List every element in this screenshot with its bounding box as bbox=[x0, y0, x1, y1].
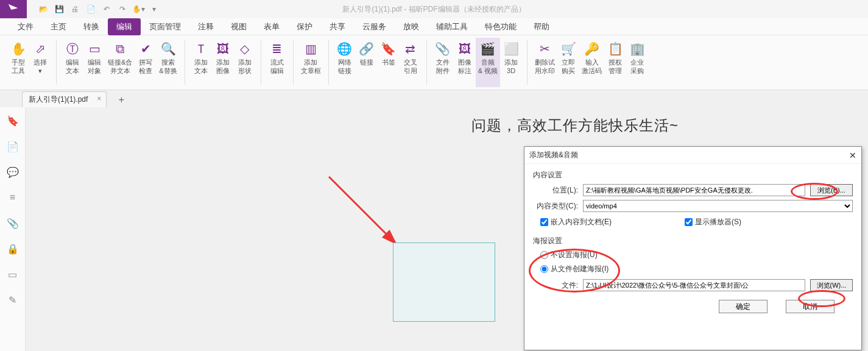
select-button[interactable]: ⬀选择▾ bbox=[29, 38, 51, 87]
document-tab-label: 新人引导(1)(1).pdf bbox=[29, 95, 88, 104]
from-file-radio[interactable]: 从文件创建海报(I) bbox=[540, 264, 853, 274]
add-shape-button[interactable]: ◇添加形状 bbox=[234, 38, 256, 87]
add-video-audio-dialog: 添加视频&音频 ✕ 内容设置 位置(L): 浏览(B)... 内容类型(C): … bbox=[524, 146, 862, 350]
no-poster-radio[interactable]: 不设置海报(U) bbox=[540, 250, 853, 260]
close-tab-icon[interactable]: × bbox=[97, 94, 101, 103]
page-headline: 问题，高效工作方能快乐生活~ bbox=[471, 116, 679, 135]
add-text-icon: Ｔ bbox=[192, 40, 210, 57]
pages-panel-icon[interactable]: 📄 bbox=[5, 139, 20, 154]
ok-button[interactable]: 确定 bbox=[719, 300, 767, 313]
title-bar: 📂 💾 🖨 📄 ↶ ↷ ✋▾ ▾ 新人引导(1)(1).pdf - 福昕PDF编… bbox=[0, 0, 868, 18]
tab-accessibility[interactable]: 辅助工具 bbox=[428, 18, 476, 35]
add-image-icon: 🖼 bbox=[214, 40, 231, 57]
app-logo bbox=[0, 0, 27, 18]
print-icon[interactable]: 🖨 bbox=[68, 2, 82, 16]
browse-file-button[interactable]: 浏览(W)... bbox=[810, 279, 853, 291]
svg-line-0 bbox=[329, 177, 396, 244]
tab-file[interactable]: 文件 bbox=[9, 18, 42, 35]
tab-view[interactable]: 视图 bbox=[222, 18, 255, 35]
dialog-close-icon[interactable]: ✕ bbox=[849, 151, 856, 160]
cube-icon: ⬜ bbox=[503, 40, 520, 57]
redo-icon[interactable]: ↷ bbox=[115, 2, 130, 16]
document-tab[interactable]: 新人引导(1)(1).pdf × bbox=[22, 91, 107, 107]
document-tabs: 新人引导(1)(1).pdf × + bbox=[0, 90, 868, 107]
content-type-select[interactable]: video/mp4 bbox=[583, 200, 853, 212]
browse-location-button[interactable]: 浏览(B)... bbox=[810, 184, 853, 196]
license-icon: 📋 bbox=[607, 40, 624, 57]
show-player-checkbox[interactable]: 显示播放器(S) bbox=[685, 217, 741, 227]
audio-video-button[interactable]: 🎬音频& 视频 bbox=[476, 38, 500, 87]
link-button[interactable]: 🔗链接 bbox=[356, 38, 378, 87]
tab-share[interactable]: 共享 bbox=[321, 18, 354, 35]
watermark-icon: ✂ bbox=[537, 40, 554, 57]
add-image-button[interactable]: 🖼添加图像 bbox=[212, 38, 234, 87]
open-icon[interactable]: 📂 bbox=[36, 2, 51, 16]
image-annot-icon: 🖼 bbox=[456, 40, 473, 57]
flow-icon: ≣ bbox=[269, 40, 286, 57]
security-panel-icon[interactable]: 🔒 bbox=[5, 241, 20, 256]
file-input[interactable] bbox=[583, 279, 805, 291]
link-merge-button[interactable]: ⧉链接&合并文本 bbox=[105, 38, 135, 87]
buy-button[interactable]: 🛒立即购买 bbox=[557, 38, 579, 87]
key-icon: 🔑 bbox=[584, 40, 601, 57]
comments-panel-icon[interactable]: 💬 bbox=[5, 165, 20, 179]
add-shape-icon: ◇ bbox=[236, 40, 253, 57]
del-watermark-button[interactable]: ✂删除试用水印 bbox=[532, 38, 557, 87]
tab-page-manage[interactable]: 页面管理 bbox=[141, 18, 189, 35]
add-3d-button[interactable]: ⬜添加3D bbox=[500, 38, 522, 87]
tab-annotate[interactable]: 注释 bbox=[189, 18, 222, 35]
save-icon[interactable]: 💾 bbox=[52, 2, 66, 16]
tab-present[interactable]: 放映 bbox=[395, 18, 428, 35]
edit-text-icon: Ⓣ bbox=[64, 40, 81, 57]
search-replace-button[interactable]: 🔍搜索&替换 bbox=[157, 38, 179, 87]
edit-text-button[interactable]: Ⓣ编辑文本 bbox=[62, 38, 83, 87]
crossref-icon: ⇄ bbox=[402, 40, 419, 57]
edit-object-button[interactable]: ▭编辑对象 bbox=[83, 38, 105, 87]
tab-protect[interactable]: 保护 bbox=[288, 18, 321, 35]
tab-convert[interactable]: 转换 bbox=[75, 18, 108, 35]
poster-settings-label: 海报设置 bbox=[533, 236, 853, 246]
enterprise-button[interactable]: 🏢企业采购 bbox=[626, 38, 648, 87]
cross-ref-button[interactable]: ⇄交叉引用 bbox=[400, 38, 422, 87]
more-icon[interactable]: ▾ bbox=[147, 2, 161, 16]
cursor-icon: ⬀ bbox=[32, 40, 49, 57]
file-label: 文件: bbox=[533, 280, 583, 291]
signature-panel-icon[interactable]: ✎ bbox=[5, 292, 20, 307]
form-panel-icon[interactable]: ▭ bbox=[5, 267, 20, 282]
cancel-button[interactable]: 取消 bbox=[786, 300, 834, 313]
tab-form[interactable]: 表单 bbox=[255, 18, 288, 35]
window-title: 新人引导(1)(1).pdf - 福昕PDF编辑器（未经授权的产品） bbox=[342, 4, 525, 15]
tab-home[interactable]: 主页 bbox=[42, 18, 75, 35]
tab-help[interactable]: 帮助 bbox=[525, 18, 558, 35]
image-annot-button[interactable]: 🖼图像标注 bbox=[454, 38, 476, 87]
edit-object-icon: ▭ bbox=[86, 40, 103, 57]
location-input[interactable] bbox=[583, 184, 805, 196]
dialog-title: 添加视频&音频 bbox=[529, 150, 578, 160]
hand-tool-button[interactable]: ✋手型工具 bbox=[7, 38, 29, 87]
license-button[interactable]: 📋授权管理 bbox=[604, 38, 626, 87]
embed-checkbox[interactable]: 嵌入内容到文档(E) bbox=[540, 217, 612, 227]
bookmark-panel-icon[interactable]: 🔖 bbox=[5, 113, 20, 128]
new-icon[interactable]: 📄 bbox=[83, 2, 98, 16]
spell-check-button[interactable]: ✔拼写检查 bbox=[135, 38, 157, 87]
spell-icon: ✔ bbox=[137, 40, 154, 57]
add-article-button[interactable]: ▥添加文章框 bbox=[298, 38, 323, 87]
flow-edit-button[interactable]: ≣流式编辑 bbox=[266, 38, 288, 87]
add-tab-button[interactable]: + bbox=[114, 93, 129, 107]
hand-icon[interactable]: ✋▾ bbox=[131, 2, 146, 16]
menu-tabs: 文件 主页 转换 编辑 页面管理 注释 视图 表单 保护 共享 云服务 放映 辅… bbox=[0, 18, 868, 35]
video-placeholder-box[interactable] bbox=[393, 243, 495, 322]
activation-button[interactable]: 🔑输入激活码 bbox=[579, 38, 604, 87]
web-link-button[interactable]: 🌐网络链接 bbox=[334, 38, 356, 87]
layers-panel-icon[interactable]: ≡ bbox=[5, 190, 20, 205]
bookmark-button[interactable]: 🔖书签 bbox=[378, 38, 400, 87]
article-icon: ▥ bbox=[302, 40, 319, 57]
tab-edit[interactable]: 编辑 bbox=[108, 18, 141, 35]
tab-features[interactable]: 特色功能 bbox=[476, 18, 525, 35]
undo-icon[interactable]: ↶ bbox=[99, 2, 114, 16]
add-text-button[interactable]: Ｔ添加文本 bbox=[190, 38, 212, 87]
attach-icon: 📎 bbox=[434, 40, 451, 57]
attachments-panel-icon[interactable]: 📎 bbox=[5, 216, 20, 230]
file-attach-button[interactable]: 📎文件附件 bbox=[432, 38, 454, 87]
tab-cloud[interactable]: 云服务 bbox=[354, 18, 395, 35]
